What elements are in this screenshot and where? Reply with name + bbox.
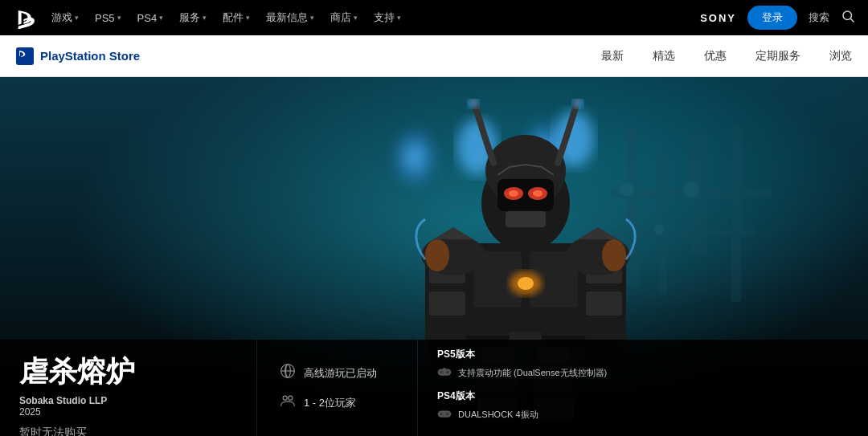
svg-point-50 xyxy=(425,239,449,271)
login-button[interactable]: 登录 xyxy=(747,6,797,30)
game-title: 虐杀熔炉 xyxy=(19,352,237,392)
svg-point-55 xyxy=(283,396,287,400)
svg-rect-62 xyxy=(443,368,446,369)
ps4-version-label: PS4版本 xyxy=(437,389,607,403)
chevron-down-icon: ▾ xyxy=(75,14,79,22)
dualsense-icon xyxy=(437,366,452,380)
store-brand-text: PlayStation Store xyxy=(40,49,140,63)
ps4-feature-row: DUALSHOCK 4振动 xyxy=(437,408,607,422)
store-menu-latest[interactable]: 最新 xyxy=(601,49,624,63)
svg-marker-36 xyxy=(578,227,618,239)
ps5-version-label: PS5版本 xyxy=(437,348,607,361)
svg-point-0 xyxy=(843,11,852,20)
players-label: 1 - 2位玩家 xyxy=(304,396,356,410)
svg-point-24 xyxy=(518,277,534,290)
chevron-down-icon: ▾ xyxy=(354,14,358,22)
chevron-down-icon: ▾ xyxy=(310,14,314,22)
svg-point-45 xyxy=(509,190,518,197)
svg-point-61 xyxy=(447,371,448,373)
svg-rect-2 xyxy=(16,47,34,65)
players-icon xyxy=(280,393,296,413)
playstation-logo-icon[interactable] xyxy=(13,6,35,29)
playstation-store-icon xyxy=(16,47,34,65)
svg-point-51 xyxy=(602,239,626,271)
game-info-mid: 高线游玩已启动 1 - 2位玩家 xyxy=(257,340,418,436)
store-menu: 最新 精选 优惠 定期服务 浏览 xyxy=(601,49,852,63)
nav-item-ps5[interactable]: PS5 ▾ xyxy=(95,12,121,24)
store-navigation: PlayStation Store 最新 精选 优惠 定期服务 浏览 xyxy=(0,35,868,77)
top-navigation: 游戏 ▾ PS5 ▾ PS4 ▾ 服务 ▾ 配件 ▾ 最新信息 ▾ 商店 ▾ 支… xyxy=(0,0,868,35)
store-menu-browse[interactable]: 浏览 xyxy=(829,49,852,63)
online-info-row: 高线游玩已启动 xyxy=(280,363,395,383)
store-menu-subscription[interactable]: 定期服务 xyxy=(755,49,800,63)
store-brand[interactable]: PlayStation Store xyxy=(16,47,140,65)
svg-rect-6 xyxy=(731,125,741,302)
svg-point-56 xyxy=(289,396,293,400)
nav-item-services[interactable]: 服务 ▾ xyxy=(179,10,207,25)
hero-info-overlay: 虐杀熔炉 Sobaka Studio LLP 2025 暂时无法购买 高线游玩已… xyxy=(0,340,868,436)
game-info-right: PS5版本 支持震动功能 (DualSense无线控制器) PS4版本 xyxy=(418,340,626,436)
online-icon xyxy=(280,363,296,383)
game-unavailable-text: 暂时无法购买 xyxy=(19,426,237,436)
online-label: 高线游玩已启动 xyxy=(304,366,377,381)
game-year: 2025 xyxy=(19,406,237,418)
ps5-feature-row: 支持震动功能 (DualSense无线控制器) xyxy=(437,366,607,380)
svg-rect-30 xyxy=(586,291,622,316)
hero-section: 虐杀熔炉 Sobaka Studio LLP 2025 暂时无法购买 高线游玩已… xyxy=(0,77,868,436)
chevron-down-icon: ▾ xyxy=(159,14,163,22)
svg-point-66 xyxy=(440,413,442,414)
top-nav-left: 游戏 ▾ PS5 ▾ PS4 ▾ 服务 ▾ 配件 ▾ 最新信息 ▾ 商店 ▾ 支… xyxy=(13,6,401,29)
ps5-feature-text: 支持震动功能 (DualSense无线控制器) xyxy=(458,367,607,378)
nav-item-support[interactable]: 支持 ▾ xyxy=(374,10,401,25)
nav-item-games[interactable]: 游戏 ▾ xyxy=(51,10,79,25)
svg-line-1 xyxy=(850,18,854,22)
dualshock-icon xyxy=(437,408,452,422)
chevron-down-icon: ▾ xyxy=(397,14,401,22)
svg-point-60 xyxy=(440,371,442,373)
nav-item-ps4[interactable]: PS4 ▾ xyxy=(137,12,164,24)
nav-item-accessories[interactable]: 配件 ▾ xyxy=(223,10,250,25)
svg-point-46 xyxy=(533,190,542,197)
sony-logo: SONY xyxy=(700,12,736,24)
store-menu-featured[interactable]: 精选 xyxy=(653,49,675,63)
svg-marker-35 xyxy=(433,227,473,239)
store-menu-deals[interactable]: 优惠 xyxy=(704,49,727,63)
ps4-feature-text: DUALSHOCK 4振动 xyxy=(458,409,538,421)
chevron-down-icon: ▾ xyxy=(117,14,121,22)
svg-rect-29 xyxy=(429,291,465,316)
game-studio: Sobaka Studio LLP xyxy=(19,395,237,406)
top-nav-right: SONY 登录 搜索 xyxy=(700,6,855,30)
chevron-down-icon: ▾ xyxy=(203,14,207,22)
nav-item-shop[interactable]: 商店 ▾ xyxy=(330,10,358,25)
game-info-left: 虐杀熔炉 Sobaka Studio LLP 2025 暂时无法购买 xyxy=(0,340,257,436)
svg-rect-47 xyxy=(506,211,546,227)
nav-item-news[interactable]: 最新信息 ▾ xyxy=(266,10,314,25)
chevron-down-icon: ▾ xyxy=(246,14,250,22)
players-info-row: 1 - 2位玩家 xyxy=(280,393,395,413)
svg-point-11 xyxy=(683,181,699,198)
svg-point-67 xyxy=(447,413,448,414)
search-icon[interactable] xyxy=(841,9,855,26)
search-label[interactable]: 搜索 xyxy=(809,10,829,25)
